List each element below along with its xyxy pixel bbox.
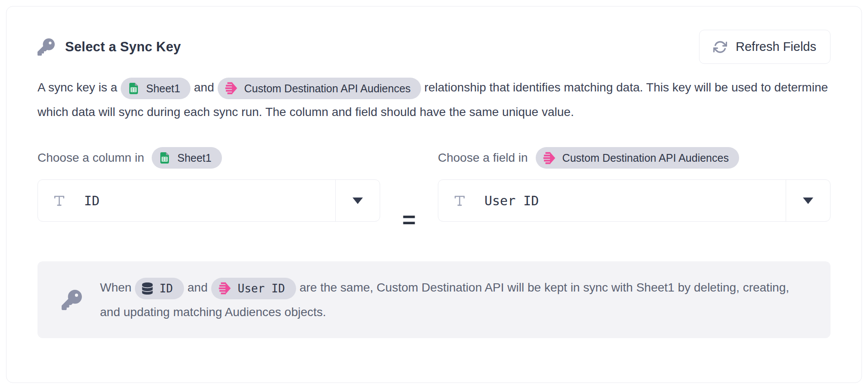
column-select-value: ID [84,193,100,208]
header-row: Select a Sync Key Refresh Fields [37,30,831,64]
column-picker-section: Choose a column in Sheet1 ID [37,147,380,222]
column-select-caret-button[interactable] [336,180,380,221]
key-icon [62,290,82,310]
destination-icon [218,281,232,295]
source-badge-label: Sheet1 [146,81,180,96]
refresh-fields-label: Refresh Fields [736,40,816,54]
sync-key-card: Select a Sync Key Refresh Fields A sync … [6,6,862,383]
field-destination-badge-label: Custom Destination API Audiences [562,150,729,166]
destination-icon [224,81,238,95]
page-title: Select a Sync Key [65,39,181,55]
sheets-icon [127,82,140,95]
summary-column-badge: ID [135,278,184,299]
column-select[interactable]: ID [37,179,380,222]
column-picker-label: Choose a column in [37,151,144,165]
description-text-1: A sync key is a [37,81,117,94]
field-picker-label: Choose a field in [438,151,528,165]
summary-field-badge-label: User ID [238,281,285,296]
field-select-value: User ID [484,193,539,208]
description-text-2: and [194,81,214,94]
chevron-down-icon [353,198,363,204]
sync-key-description: A sync key is a Sheet1 and Custom Destin… [37,75,831,124]
column-source-badge-label: Sheet1 [177,150,211,166]
summary-text-2: and [187,281,208,294]
key-icon [37,38,55,56]
destination-badge: Custom Destination API Audiences [218,78,421,99]
text-type-icon [53,194,66,207]
chevron-down-icon [803,198,813,204]
sync-summary-box: When ID and User ID are the same, Custom… [37,261,831,338]
sheets-icon [158,151,171,164]
source-badge: Sheet1 [121,78,190,99]
page-title-group: Select a Sync Key [37,38,181,56]
equals-sign: = [380,198,438,241]
field-picker-label-group: Choose a field in Custom Destination API… [438,147,831,169]
summary-field-badge: User ID [211,278,297,299]
refresh-fields-button[interactable]: Refresh Fields [699,30,831,64]
field-select-caret-button[interactable] [786,180,830,221]
summary-text-1: When [100,281,131,294]
destination-icon [542,151,556,165]
pickers-row: Choose a column in Sheet1 ID = Choose a … [37,147,831,241]
field-picker-section: Choose a field in Custom Destination API… [438,147,831,222]
sync-summary-text: When ID and User ID are the same, Custom… [100,275,811,324]
field-select[interactable]: User ID [438,179,831,222]
database-icon [141,282,153,295]
field-destination-badge: Custom Destination API Audiences [536,147,739,169]
refresh-icon [713,40,727,54]
column-source-badge: Sheet1 [152,147,222,169]
destination-badge-label: Custom Destination API Audiences [244,81,411,96]
summary-column-badge-label: ID [159,281,173,296]
column-picker-label-group: Choose a column in Sheet1 [37,147,380,169]
text-type-icon [453,194,466,207]
